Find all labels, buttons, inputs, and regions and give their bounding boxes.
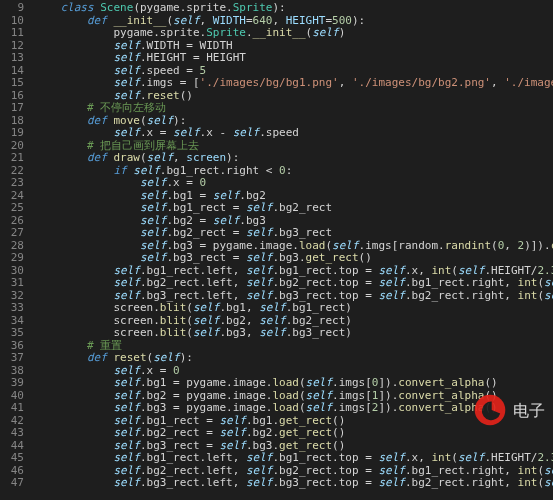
line-number: 17: [4, 102, 24, 115]
logo-text: 电子: [513, 401, 545, 422]
line-number: 33: [4, 302, 24, 315]
line-number: 19: [4, 127, 24, 140]
code-line[interactable]: self.bg3_rect.left, self.bg3_rect.top = …: [34, 477, 553, 490]
line-number: 11: [4, 27, 24, 40]
line-number: 43: [4, 427, 24, 440]
logo-icon: [473, 393, 507, 430]
watermark-logo: 电子: [473, 393, 545, 430]
line-number: 41: [4, 402, 24, 415]
line-number: 9: [4, 2, 24, 15]
line-number: 37: [4, 352, 24, 365]
code-editor[interactable]: 9101112131415161718192021222324252627282…: [0, 0, 553, 500]
line-number: 31: [4, 277, 24, 290]
line-number: 27: [4, 227, 24, 240]
line-number: 29: [4, 252, 24, 265]
line-number: 13: [4, 52, 24, 65]
line-number-gutter: 9101112131415161718192021222324252627282…: [0, 0, 32, 500]
line-number: 23: [4, 177, 24, 190]
line-number: 47: [4, 477, 24, 490]
line-number: 39: [4, 377, 24, 390]
line-number: 21: [4, 152, 24, 165]
line-number: 45: [4, 452, 24, 465]
line-number: 15: [4, 77, 24, 90]
line-number: 25: [4, 202, 24, 215]
line-number: 35: [4, 327, 24, 340]
